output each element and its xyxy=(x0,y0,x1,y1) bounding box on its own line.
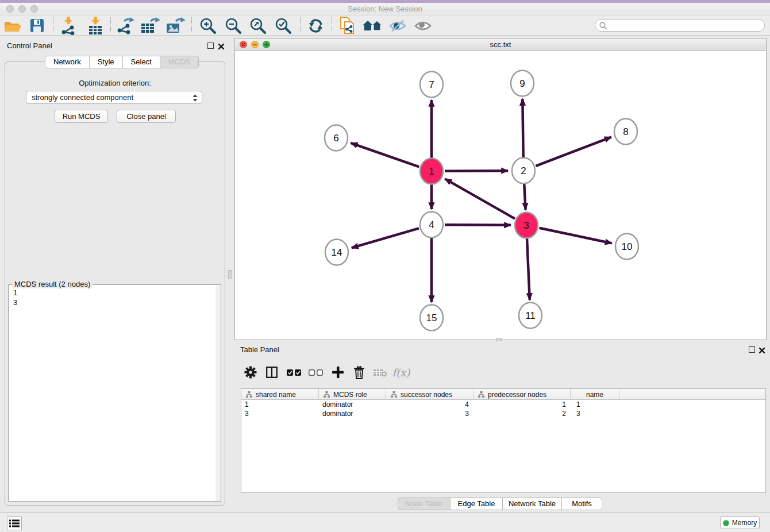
column-header-predecessor-nodes[interactable]: predecessor nodes xyxy=(473,389,571,400)
table-cell[interactable]: 3 xyxy=(571,409,619,418)
graph-node-7[interactable]: 7 xyxy=(420,72,443,98)
tab-mcds[interactable]: MCDS xyxy=(160,56,199,68)
zoom-out-icon[interactable] xyxy=(223,16,244,35)
edge-4-3[interactable] xyxy=(445,225,511,225)
table-cell[interactable]: 3 xyxy=(241,409,319,418)
close-network-button[interactable] xyxy=(240,41,247,48)
column-header-name[interactable]: name xyxy=(571,389,619,400)
table-row[interactable]: 3dominator323 xyxy=(241,409,765,418)
edge-3-11[interactable] xyxy=(527,238,530,300)
tab-motifs[interactable]: Motifs xyxy=(561,498,602,510)
network-view-window: scc.txt 7968124314101511 xyxy=(234,38,767,340)
svg-text:11: 11 xyxy=(525,310,536,321)
edge-1-2[interactable] xyxy=(445,171,508,171)
graph-node-9[interactable]: 9 xyxy=(511,71,534,97)
graph-node-1[interactable]: 1 xyxy=(420,159,443,184)
graph-node-3[interactable]: 3 xyxy=(515,213,538,238)
network-window-titlebar[interactable]: scc.txt xyxy=(235,38,766,51)
graph-node-2[interactable]: 2 xyxy=(512,158,535,184)
zoom-network-button[interactable] xyxy=(263,41,270,48)
tab-network-table[interactable]: Network Table xyxy=(502,498,562,510)
edge-2-8[interactable] xyxy=(536,137,611,166)
search-input[interactable] xyxy=(595,19,765,32)
delete-column-icon[interactable] xyxy=(350,363,368,381)
run-mcds-button[interactable]: Run MCDS xyxy=(55,110,108,123)
criterion-select[interactable]: strongly connected component xyxy=(26,91,202,104)
node-table[interactable]: shared nameMCDS rolesuccessor nodesprede… xyxy=(241,388,766,493)
zoom-window-button[interactable] xyxy=(30,5,38,13)
split-panel-icon[interactable] xyxy=(263,363,281,381)
column-header-label: name xyxy=(586,391,603,399)
column-header-MCDS-role[interactable]: MCDS role xyxy=(319,389,386,400)
select-all-icon[interactable] xyxy=(285,363,303,381)
column-header-successor-nodes[interactable]: successor nodes xyxy=(386,389,473,400)
table-cell[interactable]: 1 xyxy=(473,400,571,409)
edge-1-6[interactable] xyxy=(351,143,419,167)
graph-node-15[interactable]: 15 xyxy=(420,305,443,331)
deselect-all-icon[interactable] xyxy=(307,363,325,381)
table-cell[interactable]: dominator xyxy=(319,400,386,409)
edge-2-9[interactable] xyxy=(522,99,523,157)
zoom-selected-icon[interactable] xyxy=(273,16,294,35)
table-cell[interactable]: 3 xyxy=(386,409,473,418)
zoom-in-icon[interactable] xyxy=(198,16,218,35)
close-panel-icon[interactable] xyxy=(218,42,225,52)
mcds-result-text[interactable]: 13 xyxy=(13,288,17,307)
save-session-icon[interactable] xyxy=(26,16,47,35)
column-header-label: predecessor nodes xyxy=(488,391,546,399)
vertical-splitter-handle[interactable] xyxy=(228,270,232,279)
graph-node-11[interactable]: 11 xyxy=(519,303,542,329)
export-table-icon[interactable] xyxy=(140,16,160,35)
table-cell[interactable]: dominator xyxy=(319,409,386,418)
horizontal-splitter-handle[interactable] xyxy=(496,338,502,341)
tab-edge-table[interactable]: Edge Table xyxy=(450,498,503,510)
network-graph-canvas[interactable]: 7968124314101511 xyxy=(235,51,766,340)
memory-button[interactable]: Memory xyxy=(720,516,760,529)
graph-node-6[interactable]: 6 xyxy=(325,125,348,151)
hide-selected-icon[interactable] xyxy=(387,16,408,35)
close-table-panel-icon[interactable] xyxy=(759,346,765,356)
tab-select[interactable]: Select xyxy=(122,56,160,68)
table-row[interactable]: 1dominator411 xyxy=(241,400,765,409)
svg-text:8: 8 xyxy=(623,126,628,137)
graph-node-8[interactable]: 8 xyxy=(614,119,637,145)
close-window-button[interactable] xyxy=(6,5,14,13)
svg-text:9: 9 xyxy=(519,78,525,89)
table-cell[interactable]: 1 xyxy=(241,400,319,409)
graph-node-4[interactable]: 4 xyxy=(420,212,443,238)
float-table-panel-icon[interactable] xyxy=(749,346,755,353)
import-table-icon[interactable] xyxy=(85,16,106,35)
table-cell[interactable]: 2 xyxy=(473,409,571,418)
graph-node-10[interactable]: 10 xyxy=(615,234,638,260)
table-cell[interactable]: 4 xyxy=(386,400,473,409)
add-column-icon[interactable] xyxy=(329,363,347,381)
zoom-fit-icon[interactable] xyxy=(248,16,268,35)
close-panel-button[interactable]: Close panel xyxy=(117,110,176,123)
export-image-icon[interactable] xyxy=(165,16,186,35)
result-scrollbar[interactable] xyxy=(215,286,221,501)
edge-2-3[interactable] xyxy=(524,184,525,210)
tab-node-table[interactable]: Node Table xyxy=(398,498,451,510)
import-network-icon[interactable] xyxy=(58,16,79,35)
refresh-icon[interactable] xyxy=(306,16,326,35)
graph-node-14[interactable]: 14 xyxy=(325,240,348,265)
float-panel-icon[interactable] xyxy=(207,43,214,49)
tab-style[interactable]: Style xyxy=(89,56,123,68)
table-cell[interactable]: 1 xyxy=(571,400,619,409)
edge-4-14[interactable] xyxy=(352,228,419,248)
new-network-from-selection-icon[interactable] xyxy=(337,16,357,35)
show-all-icon[interactable] xyxy=(413,16,433,35)
network-window-title: scc.txt xyxy=(235,38,766,51)
table-settings-icon[interactable] xyxy=(241,363,260,381)
task-history-button[interactable] xyxy=(7,516,22,530)
svg-text:10: 10 xyxy=(622,241,633,252)
open-session-icon[interactable] xyxy=(2,16,23,35)
column-header-shared-name[interactable]: shared name xyxy=(241,389,319,400)
edge-3-10[interactable] xyxy=(540,228,612,244)
first-neighbors-icon[interactable] xyxy=(362,16,383,35)
edge-3-1[interactable] xyxy=(445,179,515,218)
minimize-window-button[interactable] xyxy=(18,5,26,13)
export-network-icon[interactable] xyxy=(115,16,136,35)
minimize-network-button[interactable] xyxy=(251,41,259,48)
tab-network[interactable]: Network xyxy=(45,56,90,68)
